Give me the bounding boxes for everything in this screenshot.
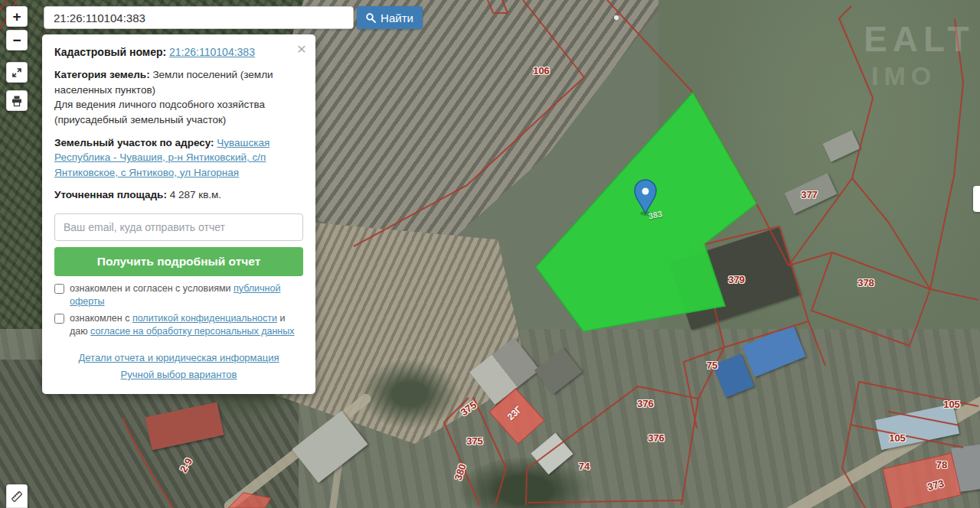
personal-data-link[interactable]: согласие на обработку персональных данны…	[90, 326, 294, 337]
print-button[interactable]	[6, 90, 28, 111]
ruler-icon	[10, 490, 24, 503]
privacy-consent-row: ознакомлен с политикой конфиденциальност…	[54, 312, 303, 339]
area-row: Уточненная площадь: 4 287 кв.м.	[54, 187, 303, 203]
email-field[interactable]	[54, 213, 303, 241]
panel-footer-links: Детали отчета и юридическая информация Р…	[54, 350, 303, 383]
cadastral-number-link[interactable]: 21:26:110104:383	[169, 46, 255, 58]
offer-consent-text-part: ознакомлен и согласен с условиями	[70, 283, 234, 294]
land-use-value: Для ведения личного подсобного хозяйства…	[54, 99, 265, 125]
building-footprint	[489, 389, 544, 444]
privacy-consent-text-part: ознакомлен с	[70, 313, 132, 324]
manual-selection-link[interactable]: Ручной выбор вариантов	[121, 369, 237, 380]
search-input[interactable]	[44, 6, 354, 29]
report-details-link[interactable]: Детали отчета и юридическая информация	[78, 352, 279, 363]
area-value: 4 287 кв.м.	[170, 189, 221, 200]
search-icon	[366, 13, 376, 23]
offer-consent-text: ознакомлен и согласен с условиями публич…	[70, 282, 303, 309]
imagery-white-dot	[614, 15, 619, 20]
search-button[interactable]: Найти	[357, 6, 423, 29]
fullscreen-icon	[11, 67, 23, 79]
search-button-label: Найти	[381, 11, 413, 24]
building-footprint	[883, 453, 961, 508]
privacy-policy-link[interactable]: политикой конфиденциальности	[132, 313, 277, 324]
address-label: Земельный участок по адресу:	[54, 137, 214, 148]
building-footprint	[228, 493, 271, 508]
cadastral-number-label: Кадастровый номер:	[54, 46, 166, 58]
land-category-row: Категория земель: Земли поселений (земли…	[54, 67, 303, 127]
area-label: Уточненная площадь:	[54, 189, 167, 200]
privacy-consent-checkbox[interactable]	[54, 314, 64, 324]
print-icon	[11, 95, 23, 107]
address-row: Земельный участок по адресу: Чувашская Р…	[54, 135, 303, 181]
measure-button[interactable]	[6, 484, 28, 508]
close-icon[interactable]: ×	[297, 41, 306, 57]
cadastral-number-row: Кадастровый номер: 21:26:110104:383	[54, 44, 303, 60]
fullscreen-button[interactable]	[6, 62, 28, 83]
zoom-in-button[interactable]: +	[6, 6, 28, 27]
parcel-info-panel: × Кадастровый номер: 21:26:110104:383 Ка…	[42, 34, 315, 394]
privacy-consent-text: ознакомлен с политикой конфиденциальност…	[70, 312, 303, 339]
zoom-out-button[interactable]: −	[6, 30, 28, 50]
land-category-label: Категория земель:	[54, 69, 150, 80]
get-report-button[interactable]: Получить подробный отчет	[54, 247, 303, 276]
offer-consent-row: ознакомлен и согласен с условиями публич…	[54, 282, 303, 309]
offer-consent-checkbox[interactable]	[54, 284, 64, 294]
edge-control-strip[interactable]	[973, 186, 980, 212]
cadastral-map-app: { "search": { "value": "21:26:110104:383…	[0, 0, 980, 508]
